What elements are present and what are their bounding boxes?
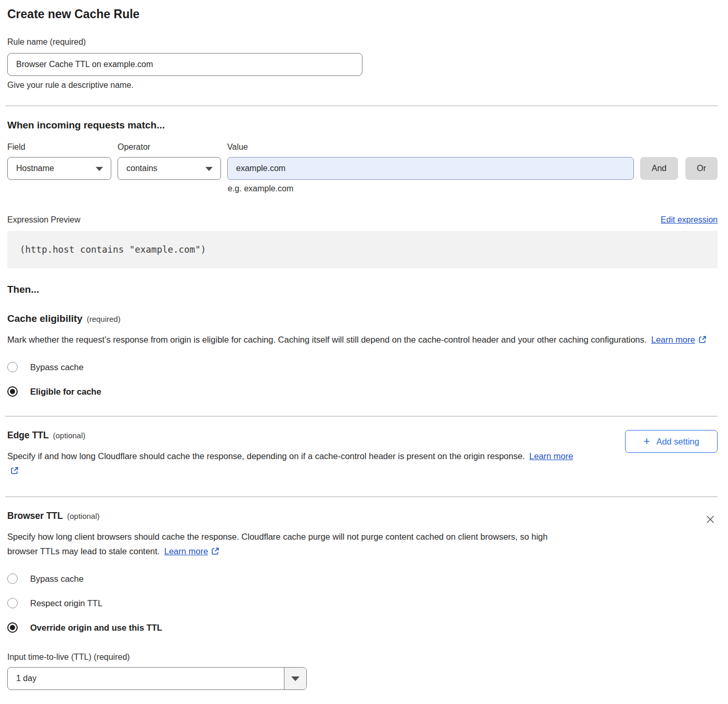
field-select[interactable]: Hostname xyxy=(7,157,111,180)
and-button[interactable]: And xyxy=(640,157,678,180)
browser-ttl-qualifier: (optional) xyxy=(67,512,100,520)
divider xyxy=(5,497,718,497)
divider xyxy=(5,416,718,416)
edge-ttl-qualifier: (optional) xyxy=(53,431,86,440)
radio-selected-icon xyxy=(7,386,18,397)
close-icon xyxy=(705,514,716,527)
external-link-icon xyxy=(10,464,19,479)
plus-icon: + xyxy=(643,436,650,447)
value-input[interactable]: example.com xyxy=(227,157,634,180)
edge-ttl-description: Specify if and how long Cloudflare shoul… xyxy=(7,449,577,479)
divider xyxy=(5,106,718,106)
radio-eligible-for-cache[interactable]: Eligible for cache xyxy=(7,386,718,397)
create-cache-rule-form: Create new Cache Rule Rule name (require… xyxy=(0,0,728,690)
radio-icon xyxy=(7,362,18,372)
radio-override-origin-ttl[interactable]: Override origin and use this TTL xyxy=(7,622,718,633)
edge-ttl-title: Edge TTL xyxy=(7,430,49,441)
radio-selected-icon xyxy=(7,622,18,633)
operator-select-value: contains xyxy=(126,164,158,173)
ttl-select[interactable]: 1 day xyxy=(7,667,307,690)
ttl-input-label: Input time-to-live (TTL) (required) xyxy=(7,653,718,662)
external-link-icon xyxy=(698,333,707,348)
operator-label: Operator xyxy=(118,142,227,152)
page-title: Create new Cache Rule xyxy=(7,7,718,21)
chevron-down-icon xyxy=(205,167,213,171)
field-label: Field xyxy=(7,142,118,152)
or-button[interactable]: Or xyxy=(685,157,718,180)
field-select-value: Hostname xyxy=(16,164,54,173)
rule-name-value: Browser Cache TTL on example.com xyxy=(16,60,153,69)
match-section-heading: When incoming requests match... xyxy=(7,120,718,131)
close-browser-ttl-button[interactable] xyxy=(703,513,718,527)
expression-code-block: (http.host contains "example.com") xyxy=(7,231,718,268)
chevron-down-icon xyxy=(96,167,103,171)
add-setting-button[interactable]: + Add setting xyxy=(625,430,718,453)
cache-eligibility-title: Cache eligibility xyxy=(7,313,83,324)
learn-more-link[interactable]: Learn more xyxy=(529,451,573,461)
radio-respect-origin-ttl[interactable]: Respect origin TTL xyxy=(7,598,718,608)
value-input-value: example.com xyxy=(236,164,285,173)
cache-eligibility-description: Mark whether the request’s response from… xyxy=(7,332,707,348)
learn-more-link[interactable]: Learn more xyxy=(164,546,208,556)
browser-ttl-title: Browser TTL xyxy=(7,511,63,522)
radio-icon xyxy=(7,598,18,608)
ttl-select-value: 1 day xyxy=(8,668,284,689)
radio-icon xyxy=(7,573,18,584)
rule-name-helper: Give your rule a descriptive name. xyxy=(7,81,718,90)
radio-browser-bypass-cache[interactable]: Bypass cache xyxy=(7,573,718,584)
browser-ttl-description: Specify how long client browsers should … xyxy=(7,529,577,559)
value-helper: e.g. example.com xyxy=(228,184,718,193)
edit-expression-link[interactable]: Edit expression xyxy=(661,215,718,225)
cache-eligibility-qualifier: (required) xyxy=(87,315,121,323)
chevron-down-icon xyxy=(284,668,306,689)
operator-select[interactable]: contains xyxy=(118,157,221,180)
value-label: Value xyxy=(227,142,248,152)
rule-name-input[interactable]: Browser Cache TTL on example.com xyxy=(7,53,362,76)
then-heading: Then... xyxy=(7,284,718,295)
rule-name-label: Rule name (required) xyxy=(7,37,718,47)
learn-more-link[interactable]: Learn more xyxy=(651,335,695,344)
expression-preview-label: Expression Preview xyxy=(7,215,81,225)
radio-bypass-cache[interactable]: Bypass cache xyxy=(7,362,718,372)
expression-code: (http.host contains "example.com") xyxy=(20,244,206,255)
external-link-icon xyxy=(211,545,219,559)
